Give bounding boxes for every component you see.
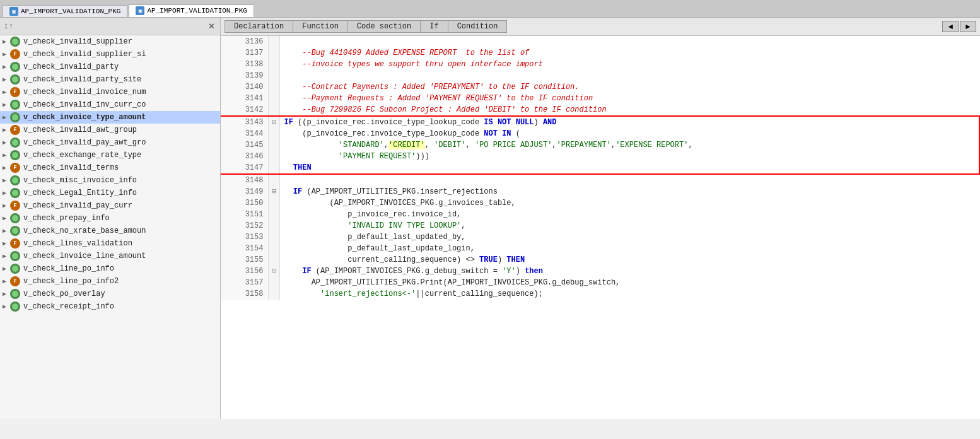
code-content-3145[interactable]: 'STANDARD','CREDIT', 'DEBIT', 'PO PRICE … [280,139,979,151]
code-content-3141[interactable]: --Payment Requests : Added 'PAYMENT REQU… [280,93,979,104]
expand-arrow-v_check_lines_validation: ▶ [3,240,10,247]
code-content-3155[interactable]: current_calling_sequence) <> TRUE) THEN [280,254,979,266]
expand-arrow-v_check_exchange_rate_type: ▶ [3,151,10,159]
sidebar-item-v_check_invalid_terms[interactable]: ▶Fv_check_invalid_terms [0,161,220,174]
sidebar-item-v_check_invalid_party[interactable]: ▶v_check_invalid_party [0,61,220,73]
code-row-3157: 3157 AP_IMPORT_UTILITIES_PKG.Print(AP_IM… [221,277,979,288]
code-content-3157[interactable]: AP_IMPORT_UTILITIES_PKG.Print(AP_IMPORT_… [280,277,979,288]
sidebar-item-v_check_receipt_info[interactable]: ▶v_check_receipt_info [0,300,220,313]
code-content-3137[interactable]: --Bug 4410499 Added EXPENSE REPORT to th… [280,47,979,59]
sidebar-item-v_check_no_xrate_base_amoun[interactable]: ▶v_check_no_xrate_base_amoun [0,225,220,237]
fold-3142 [269,104,280,116]
code-row-3138: 3138 --invoice types we support thru ope… [221,59,979,70]
sidebar-item-v_check_invalid_pay_curr[interactable]: ▶Fv_check_invalid_pay_curr [0,199,220,212]
sidebar-item-v_check_lines_validation[interactable]: ▶Fv_check_lines_validation [0,237,220,250]
code-content[interactable]: 31363137 --Bug 4410499 Added EXPENSE REP… [221,36,980,419]
fold-3138 [269,59,280,70]
code-row-3146: 3146 'PAYMENT REQUEST'))) [221,151,979,162]
code-content-3150[interactable]: (AP_IMPORT_INVOICES_PKG.g_invoices_table… [280,197,979,209]
code-content-3144[interactable]: (p_invoice_rec.invoice_type_lookup_code … [280,128,979,139]
file-tab-1[interactable]: ▣ AP_IMPORT_VALIDATION_PKG [129,4,254,17]
code-content-3153[interactable]: p_default_last_updated_by, [280,231,979,243]
db-icon-1: ▣ [136,6,144,15]
code-content-3147[interactable]: THEN [280,162,979,174]
main-layout: ↕↑ ✕ ▶v_check_invalid_supplier▶Fv_check_… [0,18,980,419]
line-num-3152: 3152 [221,220,269,231]
sidebar-item-v_check_invalid_inv_curr_co[interactable]: ▶v_check_invalid_inv_curr_co [0,98,220,111]
code-content-3154[interactable]: p_default_last_update_login, [280,243,979,254]
sidebar-item-v_check_exchange_rate_type[interactable]: ▶v_check_exchange_rate_type [0,149,220,161]
sidebar-item-v_check_invalid_pay_awt_gro[interactable]: ▶v_check_invalid_pay_awt_gro [0,136,220,149]
code-content-3158[interactable]: 'insert_rejections<-'||current_calling_s… [280,288,979,300]
expand-arrow-v_check_invalid_pay_curr: ▶ [3,202,10,209]
code-content-3148[interactable] [280,174,979,186]
sidebar-item-v_check_invalid_party_site[interactable]: ▶v_check_invalid_party_site [0,73,220,86]
sidebar-item-v_check_misc_invoice_info[interactable]: ▶v_check_misc_invoice_info [0,174,220,187]
code-content-3139[interactable] [280,70,979,81]
sidebar-item-v_check_prepay_info[interactable]: ▶v_check_prepay_info [0,212,220,225]
sidebar-item-v_check_invalid_awt_group[interactable]: ▶Fv_check_invalid_awt_group [0,124,220,136]
code-row-3137: 3137 --Bug 4410499 Added EXPENSE REPORT … [221,47,979,59]
tab-function[interactable]: Function [293,20,348,33]
expand-arrow-v_check_receipt_info: ▶ [3,303,10,310]
sidebar-list[interactable]: ▶v_check_invalid_supplier▶Fv_check_inval… [0,35,220,419]
code-content-3136[interactable] [280,36,979,47]
code-row-3140: 3140 --Contract Payments : Added 'PREPAY… [221,81,979,93]
expand-arrow-v_check_invalid_pay_awt_gro: ▶ [3,139,10,146]
code-content-3138[interactable]: --invoice types we support thru open int… [280,59,979,70]
code-content-3151[interactable]: p_invoice_rec.invoice_id, [280,209,979,220]
fold-3143[interactable]: ⊟ [269,116,280,128]
expand-arrow-v_check_invalid_party: ▶ [3,63,10,71]
sidebar-item-label-v_check_po_overlay: v_check_po_overlay [23,290,105,298]
item-icon-v_check_invalid_party [10,62,20,72]
item-icon-v_check_lines_validation: F [10,238,20,249]
sidebar-item-v_check_invoice_type_amount[interactable]: ▶v_check_invoice_type_amount [0,111,220,124]
code-row-3151: 3151 p_invoice_rec.invoice_id, [221,209,979,220]
code-content-3140[interactable]: --Contract Payments : Added 'PREPAYMENT'… [280,81,979,93]
line-num-3141: 3141 [221,93,269,104]
fold-3149[interactable]: ⊟ [269,186,280,197]
sidebar-item-v_check_Legal_Entity_info[interactable]: ▶v_check_Legal_Entity_info [0,187,220,199]
code-content-3149[interactable]: IF (AP_IMPORT_UTILITIES_PKG.insert_rejec… [280,186,979,197]
line-num-3156: 3156 [221,266,269,277]
sidebar-item-v_check_invalid_supplier_si[interactable]: ▶Fv_check_invalid_supplier_si [0,48,220,61]
sidebar-item-label-v_check_exchange_rate_type: v_check_exchange_rate_type [23,151,141,160]
tab-declaration[interactable]: Declaration [225,20,293,33]
sidebar-item-v_check_po_overlay[interactable]: ▶v_check_po_overlay [0,288,220,300]
expand-arrow-v_check_invalid_party_site: ▶ [3,76,10,83]
tab-code-section[interactable]: Code section [347,20,421,33]
code-content-3142[interactable]: --Bug 7299826 FC Subcon Project : Added … [280,104,979,116]
fold-3151 [269,209,280,220]
code-row-3158: 3158 'insert_rejections<-'||current_call… [221,288,979,300]
sidebar-item-v_check_invalid_invoice_num[interactable]: ▶Fv_check_invalid_invoice_num [0,86,220,98]
sidebar-item-v_check_invoice_line_amount[interactable]: ▶v_check_invoice_line_amount [0,250,220,262]
tab-if[interactable]: If [420,20,448,33]
line-num-3140: 3140 [221,81,269,93]
line-num-3139: 3139 [221,70,269,81]
tab-condition[interactable]: Condition [448,20,508,33]
expand-arrow-v_check_invalid_supplier: ▶ [3,38,10,45]
sidebar-item-label-v_check_receipt_info: v_check_receipt_info [23,302,114,311]
fold-3156[interactable]: ⊟ [269,266,280,277]
line-num-3150: 3150 [221,197,269,209]
expand-arrow-v_check_no_xrate_base_amoun: ▶ [3,227,10,235]
sidebar-item-v_check_line_po_info2[interactable]: ▶Fv_check_line_po_info2 [0,275,220,288]
item-icon-v_check_invalid_terms: F [10,163,20,173]
line-num-3146: 3146 [221,151,269,162]
fold-3158 [269,288,280,300]
code-content-3156[interactable]: IF (AP_IMPORT_INVOICES_PKG.g_debug_switc… [280,266,979,277]
code-content-3146[interactable]: 'PAYMENT REQUEST'))) [280,151,979,162]
fold-3140 [269,81,280,93]
code-row-3139: 3139 [221,70,979,81]
nav-right-button[interactable]: ► [960,21,976,32]
code-content-3143[interactable]: IF ((p_invoice_rec.invoice_type_lookup_c… [280,116,979,128]
line-num-3153: 3153 [221,231,269,243]
code-content-3152[interactable]: 'INVALID INV TYPE LOOKUP', [280,220,979,231]
file-tab-0[interactable]: ▣ AP_IMPORT_VALIDATION_PKG [3,5,127,17]
sidebar-close-button[interactable]: ✕ [207,21,216,31]
item-icon-v_check_invalid_supplier_si: F [10,49,20,59]
code-row-3156: 3156⊟ IF (AP_IMPORT_INVOICES_PKG.g_debug… [221,266,979,277]
sidebar-item-v_check_invalid_supplier[interactable]: ▶v_check_invalid_supplier [0,35,220,48]
sidebar-item-v_check_line_po_info[interactable]: ▶v_check_line_po_info [0,262,220,275]
nav-left-button[interactable]: ◄ [942,21,959,32]
